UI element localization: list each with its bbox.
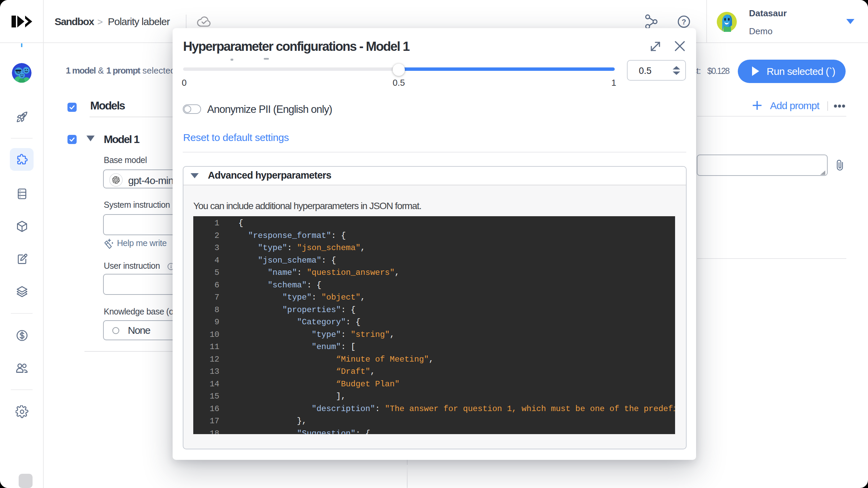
svg-text:?: ? xyxy=(682,18,686,26)
